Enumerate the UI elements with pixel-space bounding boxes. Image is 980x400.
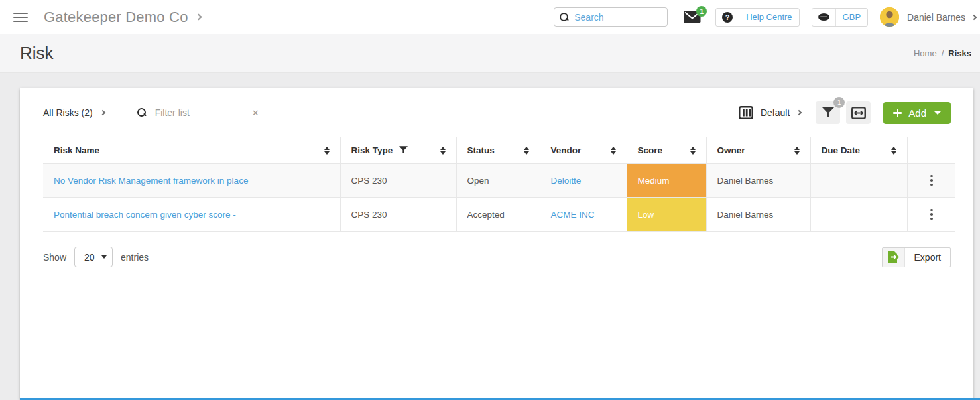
add-button[interactable]: Add — [883, 102, 951, 124]
page-title: Risk — [20, 43, 54, 64]
saved-list-selector[interactable]: All Risks (2) — [43, 107, 105, 118]
chevron-right-icon — [99, 110, 105, 115]
vendor-link[interactable]: Deloitte — [551, 176, 582, 186]
column-header-risk-type[interactable]: Risk Type — [340, 137, 456, 164]
view-selector[interactable]: Default — [739, 106, 801, 119]
clear-filter-icon[interactable] — [252, 108, 259, 118]
risk-table: Risk Name Risk Type Status Vendor — [43, 137, 955, 232]
page-title-band: Risk Home / Risks — [0, 34, 980, 73]
currency-button[interactable]: GBP — [812, 8, 868, 27]
export-file-icon — [888, 251, 899, 263]
risk-name-link[interactable]: Pontential breach concern given cyber sc… — [54, 210, 236, 220]
breadcrumb-current: Risks — [948, 48, 971, 58]
risk-name-link[interactable]: No Vendor Risk Management framework in p… — [54, 176, 248, 186]
page-size-select[interactable]: 20 — [74, 247, 113, 267]
global-search[interactable] — [554, 7, 668, 27]
help-centre-button[interactable]: Help Centre — [715, 8, 799, 27]
risk-list-card: All Risks (2) Default — [20, 88, 973, 400]
plus-icon — [893, 109, 902, 117]
owner-cell: Daniel Barnes — [706, 164, 810, 198]
sort-icon[interactable] — [794, 147, 800, 155]
user-avatar[interactable] — [880, 7, 899, 27]
column-filter-funnel-icon[interactable] — [399, 146, 408, 155]
owner-cell: Daniel Barnes — [706, 198, 810, 232]
currency-label: GBP — [836, 12, 867, 22]
table-footer: Show 20 entries Export — [20, 247, 973, 267]
column-header-owner[interactable]: Owner — [706, 137, 810, 164]
caret-down-icon — [934, 111, 941, 115]
filter-list-field[interactable] — [137, 107, 259, 118]
resize-horizontal-icon — [851, 107, 866, 119]
entries-label: entries — [121, 252, 149, 263]
breadcrumb-separator: / — [942, 48, 944, 58]
add-button-label: Add — [908, 107, 926, 119]
search-icon — [137, 108, 147, 118]
view-selector-label: Default — [761, 107, 790, 118]
column-header-vendor[interactable]: Vendor — [540, 137, 627, 164]
column-header-due-date[interactable]: Due Date — [810, 137, 907, 164]
user-menu-chevron-icon[interactable] — [971, 14, 977, 19]
sort-icon[interactable] — [440, 147, 446, 155]
show-label: Show — [43, 252, 66, 263]
messages-badge: 1 — [696, 6, 707, 17]
coin-icon — [818, 13, 829, 21]
sort-icon[interactable] — [690, 147, 696, 155]
score-cell: Low — [627, 198, 706, 232]
company-name[interactable]: Gatekeeper Demo Co — [44, 9, 188, 26]
column-header-score[interactable]: Score — [627, 137, 706, 164]
table-row: No Vendor Risk Management framework in p… — [43, 164, 955, 198]
help-icon — [722, 12, 733, 23]
table-header-row: Risk Name Risk Type Status Vendor — [43, 137, 955, 164]
risk-type-cell: CPS 230 — [340, 164, 456, 198]
search-input[interactable] — [574, 12, 654, 23]
expand-columns-button[interactable] — [846, 101, 871, 124]
sort-icon[interactable] — [324, 147, 330, 155]
list-toolbar: All Risks (2) Default — [20, 88, 973, 137]
toolbar-divider — [121, 100, 121, 126]
filter-list-input[interactable] — [155, 107, 241, 118]
breadcrumb-home[interactable]: Home — [914, 48, 937, 58]
breadcrumb: Home / Risks — [914, 48, 971, 58]
chevron-right-icon[interactable] — [195, 14, 202, 21]
sort-icon[interactable] — [891, 147, 896, 155]
row-actions-kebab-icon[interactable] — [927, 175, 936, 186]
table-row: Pontential breach concern given cyber sc… — [43, 198, 955, 232]
columns-icon — [739, 106, 753, 119]
filter-count-badge: 1 — [833, 97, 845, 108]
column-header-actions — [907, 137, 955, 164]
column-header-risk-name[interactable]: Risk Name — [43, 137, 340, 164]
sort-icon[interactable] — [611, 147, 616, 155]
column-header-status[interactable]: Status — [456, 137, 540, 164]
saved-list-label: All Risks (2) — [43, 107, 93, 118]
score-cell: Medium — [627, 164, 706, 198]
export-button[interactable]: Export — [882, 247, 951, 267]
hamburger-menu-icon[interactable] — [13, 13, 28, 22]
top-bar: Gatekeeper Demo Co 1 Help Centre GBP Dan… — [0, 0, 980, 34]
help-centre-label: Help Centre — [739, 12, 798, 22]
chevron-right-icon — [796, 110, 802, 115]
due-date-cell — [810, 164, 907, 198]
status-cell: Accepted — [456, 198, 540, 232]
filter-button[interactable]: 1 — [816, 101, 840, 124]
sort-icon[interactable] — [524, 147, 529, 155]
export-label: Export — [905, 252, 950, 263]
row-actions-kebab-icon[interactable] — [927, 209, 936, 220]
risk-type-cell: CPS 230 — [340, 198, 456, 232]
status-cell: Open — [456, 164, 540, 198]
funnel-icon — [822, 107, 834, 119]
due-date-cell — [810, 198, 907, 232]
messages-button[interactable]: 1 — [684, 11, 701, 23]
vendor-link[interactable]: ACME INC — [551, 210, 595, 220]
user-name[interactable]: Daniel Barnes — [907, 12, 965, 23]
search-icon — [560, 13, 569, 22]
